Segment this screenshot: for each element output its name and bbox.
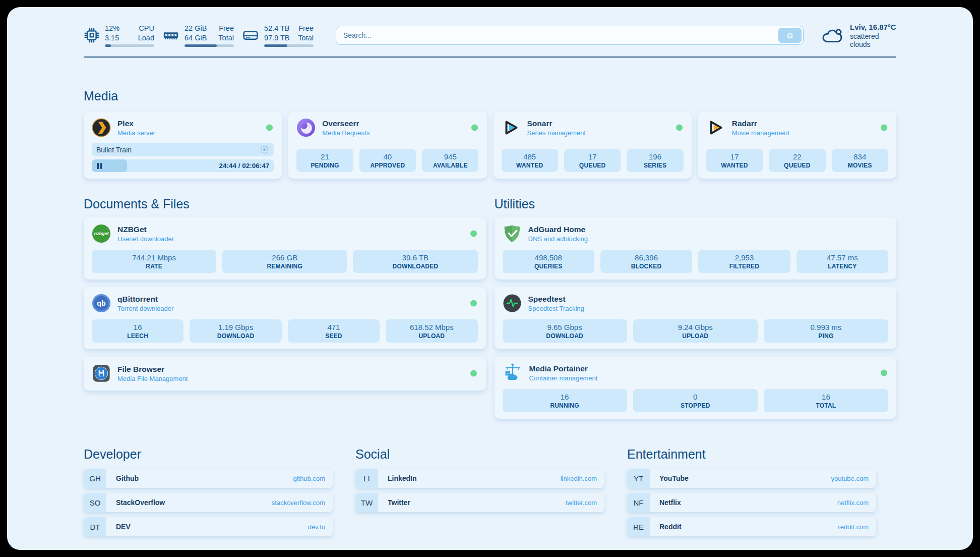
disk-free-label: Free bbox=[298, 24, 314, 33]
qbittorrent-card[interactable]: qb qBittorrent Torrent downloader 16 LEE… bbox=[84, 287, 486, 349]
app-subtitle: Usenet downloader bbox=[117, 235, 174, 243]
stat-tile: 0 STOPPED bbox=[633, 389, 758, 412]
cpu-progress-bar bbox=[105, 44, 154, 47]
search-input[interactable] bbox=[336, 26, 804, 45]
bookmark-abbr: TW bbox=[355, 493, 378, 512]
bookmark-twitter[interactable]: TW Twitter twitter.com bbox=[355, 493, 604, 512]
session-icon[interactable] bbox=[260, 145, 269, 154]
adguard-card[interactable]: AdGuard Home DNS and adblocking 498,508 … bbox=[495, 217, 897, 280]
stat-value: 2,953 bbox=[735, 253, 754, 262]
bookmark-name: Reddit bbox=[659, 523, 682, 531]
pause-icon bbox=[97, 163, 102, 169]
stat-label: RATE bbox=[146, 263, 162, 270]
stat-label: QUERIES bbox=[534, 263, 562, 270]
stat-label: MOVIES bbox=[848, 162, 872, 169]
radarr-card[interactable]: Radarr Movie management 17 WANTED 22 QUE… bbox=[698, 112, 896, 179]
bookmark-github[interactable]: GH Github github.com bbox=[84, 469, 333, 488]
bookmark-linkedin[interactable]: LI LinkedIn linkedin.com bbox=[355, 469, 604, 488]
stats-row: 498,508 QUERIES 86,396 BLOCKED 2,953 FIL… bbox=[503, 244, 889, 273]
stat-label: DOWNLOAD bbox=[546, 332, 583, 340]
filebrowser-card[interactable]: File Browser Media File Management bbox=[84, 357, 486, 391]
bookmark-youtube[interactable]: YT YouTube youtube.com bbox=[627, 469, 876, 488]
disk-widget: 52.4 TB 97.9 TB Free Total bbox=[242, 24, 314, 47]
app-subtitle: Container management bbox=[529, 374, 598, 382]
overseerr-icon bbox=[296, 118, 316, 137]
portainer-icon bbox=[503, 363, 523, 383]
plex-card[interactable]: Plex Media server Bullet Train bbox=[84, 112, 282, 179]
section-title-media: Media bbox=[84, 89, 896, 103]
svg-text:qb: qb bbox=[97, 299, 106, 307]
bookmark-name: Netflix bbox=[659, 498, 681, 507]
cloud-icon bbox=[821, 25, 844, 45]
stat-label: STOPPED bbox=[681, 402, 710, 409]
stat-tile: 834 MOVIES bbox=[832, 149, 888, 172]
app-subtitle: Media File Management bbox=[117, 375, 188, 382]
stat-value: 86,396 bbox=[635, 253, 658, 262]
bookmark-abbr: GH bbox=[84, 469, 106, 488]
stat-label: UPLOAD bbox=[418, 332, 445, 340]
plex-icon bbox=[92, 118, 111, 137]
search-engine-button[interactable]: G bbox=[778, 28, 802, 43]
card-header: Plex Media server bbox=[92, 118, 274, 138]
section-title-utilities: Utilities bbox=[495, 197, 897, 211]
bookmark-reddit[interactable]: RE Reddit reddit.com bbox=[627, 517, 876, 536]
stat-label: UPLOAD bbox=[682, 332, 708, 340]
cpu-load-label: Load bbox=[138, 33, 154, 43]
stat-value: 196 bbox=[649, 152, 661, 161]
stat-value: 744.21 Mbps bbox=[132, 253, 176, 262]
status-dot bbox=[470, 370, 477, 377]
filebrowser-icon bbox=[92, 364, 111, 383]
app-name: Sonarr bbox=[527, 119, 586, 128]
sonarr-card[interactable]: Sonarr Series management 485 WANTED 17 Q… bbox=[494, 112, 692, 179]
stat-value: 485 bbox=[523, 152, 536, 161]
app-name: File Browser bbox=[117, 365, 188, 374]
cpu-label: CPU bbox=[138, 24, 154, 33]
stat-value: 0 bbox=[693, 393, 697, 401]
stat-tile: 9.65 Gbps DOWNLOAD bbox=[503, 319, 627, 343]
search-bar: G bbox=[336, 26, 804, 45]
sonarr-icon bbox=[502, 118, 521, 137]
status-dot bbox=[470, 300, 477, 307]
status-dot bbox=[676, 125, 683, 131]
section-title-social: Social bbox=[355, 447, 604, 462]
status-dot bbox=[470, 231, 477, 237]
stat-value: 471 bbox=[327, 323, 340, 331]
card-header: Radarr Movie management bbox=[706, 118, 888, 138]
cpu-chip-icon bbox=[84, 27, 100, 43]
app-name: NZBGet bbox=[117, 225, 174, 234]
nzbget-card[interactable]: nzbget NZBGet Usenet downloader 744.21 M… bbox=[84, 217, 486, 280]
memory-widget: 22 GiB 64 GiB Free Total bbox=[162, 24, 234, 47]
card-header: Sonarr Series management bbox=[502, 118, 684, 138]
bookmark-netflix[interactable]: NF Netflix netflix.com bbox=[627, 493, 876, 512]
stat-value: 9.24 Gbps bbox=[678, 323, 713, 331]
bookmark-name: Twitter bbox=[388, 498, 410, 507]
app-name: Media Portainer bbox=[529, 364, 598, 373]
bookmark-abbr: RE bbox=[627, 517, 650, 536]
status-dot bbox=[881, 125, 887, 131]
stat-tile: 39.6 TB DOWNLOADED bbox=[353, 250, 477, 273]
stat-label: APPROVED bbox=[370, 162, 405, 169]
stat-tile: 945 AVAILABLE bbox=[422, 149, 478, 172]
overseerr-card[interactable]: Overseerr Media Requests 21 PENDING 40 A… bbox=[288, 112, 486, 179]
stat-value: 17 bbox=[730, 152, 739, 161]
bookmark-dev[interactable]: DT DEV dev.to bbox=[84, 517, 333, 536]
status-dot bbox=[471, 125, 478, 131]
speedtest-card[interactable]: Speedtest Speedtest Tracking 9.65 Gbps D… bbox=[495, 287, 897, 349]
app-subtitle: Movie management bbox=[732, 129, 789, 137]
app-name: Speedtest bbox=[528, 295, 584, 304]
stat-label: FILTERED bbox=[729, 263, 759, 270]
stat-value: 47.57 ms bbox=[827, 253, 858, 262]
portainer-card[interactable]: Media Portainer Container management 16 … bbox=[495, 357, 897, 419]
stat-tile: 22 QUEUED bbox=[769, 149, 825, 172]
stat-label: WANTED bbox=[721, 162, 748, 169]
stat-tile: 16 LEECH bbox=[92, 319, 183, 343]
stats-row: 21 PENDING 40 APPROVED 945 AVAILABLE bbox=[296, 143, 478, 172]
bookmark-name: YouTube bbox=[659, 474, 689, 482]
bookmark-stackoverflow[interactable]: SO StackOverflow stackoverflow.com bbox=[84, 493, 333, 512]
cpu-load-value: 3.15 bbox=[105, 33, 119, 43]
now-playing-title: Bullet Train bbox=[96, 146, 132, 154]
stat-tile: 618.52 Mbps UPLOAD bbox=[386, 319, 477, 343]
cpu-usage-value: 12% bbox=[105, 24, 119, 33]
bookmark-url: youtube.com bbox=[831, 475, 869, 482]
status-dot bbox=[881, 370, 887, 376]
